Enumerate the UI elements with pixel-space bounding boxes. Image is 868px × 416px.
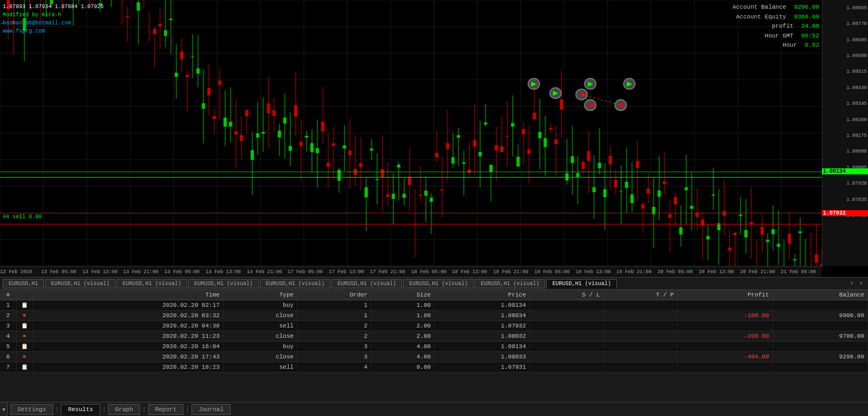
price-label-red: 1.07932 (822, 210, 868, 216)
col-tp: T / P (603, 290, 677, 300)
time-label: 14 Feb 05:00 (164, 269, 200, 275)
table-row[interactable]: 7 📋 2020.02.20 18:23 sell 4 8.00 1.07931 (0, 362, 868, 373)
cell-price: 1.08033 (435, 352, 529, 362)
cell-id: 1 (0, 300, 16, 311)
equity-label: Account Equity (736, 14, 786, 20)
cell-balance: 9700.00 (773, 331, 867, 342)
col-icon (16, 290, 33, 300)
equity-value: 9360.00 (794, 14, 819, 20)
cell-order: 3 (297, 352, 371, 362)
chart-tab-6[interactable]: EURUSD,H1 (visual) (403, 279, 474, 288)
time-label: 14 Feb 21:00 (247, 269, 282, 275)
website: www.fxprg.com (3, 27, 104, 35)
cell-order: 4 (297, 362, 371, 373)
cell-time: 2020.02.20 03:32 (33, 311, 223, 321)
cell-tp (603, 311, 677, 321)
green-line (0, 172, 822, 172)
bottom-tab-settings[interactable]: Settings (10, 404, 53, 415)
bottom-tab-results[interactable]: Results (61, 404, 100, 415)
col-id: # (0, 290, 16, 300)
gmt-label: Hour GMT (765, 33, 794, 39)
bottom-tabs-container: Settings|Results|Graph|Report|Journal (10, 404, 231, 415)
price-level-label: 1.08430 (846, 85, 867, 91)
trade-table: # Time Type Order Size Price S / L T / P… (0, 290, 868, 373)
cell-balance (773, 321, 867, 331)
symbol-price: 1.07893 1.07934 1.07884 1.07926 (3, 3, 104, 11)
cell-type: buy (223, 300, 297, 311)
time-label: 20 Feb 05:00 (658, 269, 693, 275)
table-row[interactable]: 5 📋 2020.02.20 16:04 buy 3 4.00 1.08134 (0, 342, 868, 352)
hour-value: 6.52 (805, 42, 819, 48)
chart-tab-4[interactable]: EURUSD,H1 (visual) (260, 279, 330, 288)
table-body: 1 📋 2020.02.20 02:17 buy 1 1.00 1.08134 … (0, 300, 868, 373)
bottom-tab-report[interactable]: Report (148, 404, 184, 415)
cell-profit: -100.00 (678, 311, 773, 321)
tab-nav-arrows[interactable]: ‹ › (848, 280, 865, 287)
price-level-label: 1.08855 (846, 5, 867, 11)
balance-label: Account Balance (732, 4, 786, 10)
tab-prev-arrow[interactable]: ‹ (848, 280, 856, 287)
chart-tab-8[interactable]: EURUSD,H1 (visual) (546, 279, 617, 288)
cell-size: 8.00 (371, 362, 435, 373)
cell-size: 4.00 (371, 352, 435, 362)
cell-icon: 📋 (16, 362, 33, 373)
time-label: 19 Feb 05:00 (534, 269, 570, 275)
time-label: 18 Feb 13:00 (452, 269, 487, 275)
cell-profit (678, 342, 773, 352)
chart-tab-2[interactable]: EURUSD,H1 (visual) (117, 279, 187, 288)
price-level-label: 1.07920 (846, 181, 867, 186)
tab-next-arrow[interactable]: › (857, 280, 865, 287)
chart-tab-7[interactable]: EURUSD,H1 (visual) (475, 279, 545, 288)
cell-icon: 📋 (16, 342, 33, 352)
cell-price: 1.08034 (435, 311, 529, 321)
cell-balance (773, 362, 867, 373)
cell-tp (603, 342, 677, 352)
cell-order: 2 (297, 321, 371, 331)
bottom-tab-graph[interactable]: Graph (108, 404, 140, 415)
cell-tp (603, 331, 677, 342)
table-row[interactable]: 1 📋 2020.02.20 02:17 buy 1 1.00 1.08134 (0, 300, 868, 311)
email: hassan.mb@hotmail.com (3, 19, 104, 27)
cell-size: 1.00 (371, 300, 435, 311)
cell-id: 7 (0, 362, 16, 373)
chart-tab-1[interactable]: EURUSD,H1 (visual) (45, 279, 116, 288)
table-row[interactable]: 6 ✖ 2020.02.20 17:43 close 3 4.00 1.0803… (0, 352, 868, 362)
cell-price: 1.07931 (435, 362, 529, 373)
cell-id: 6 (0, 352, 16, 362)
cell-type: close (223, 311, 297, 321)
price-label-green-container: 1.08134 (822, 168, 868, 174)
chart-tab-5[interactable]: EURUSD,H1 (visual) (331, 279, 402, 288)
time-label: 17 Feb 21:00 (370, 269, 405, 275)
chart-tabs-row: EURUSD,H1EURUSD,H1 (visual)EURUSD,H1 (vi… (0, 277, 868, 290)
bottom-tab-sep-3: | (142, 406, 146, 413)
cell-icon: 📋 (16, 300, 33, 311)
modified-by: Modified by Kira-h (3, 11, 104, 19)
time-label: 17 Feb 05:00 (288, 269, 323, 275)
cell-price: 1.08134 (435, 300, 529, 311)
table-row[interactable]: 4 ✖ 2020.02.20 11:23 close 2 2.00 1.0803… (0, 331, 868, 342)
table-row[interactable]: 2 ✖ 2020.02.20 03:32 close 1 1.00 1.0803… (0, 311, 868, 321)
cell-sl (529, 300, 603, 311)
col-sl: S / L (529, 290, 603, 300)
cell-icon: ✖ (16, 352, 33, 362)
price-level-label: 1.07835 (846, 197, 867, 203)
price-level-label: 1.08685 (846, 37, 867, 43)
cell-id: 2 (0, 311, 16, 321)
chart-tab-0[interactable]: EURUSD,H1 (3, 279, 44, 288)
hour-label: Hour (783, 42, 797, 48)
profit-row: profit 24.00 (732, 22, 819, 31)
price-label-green: 1.08134 (822, 168, 868, 174)
cell-sl (529, 342, 603, 352)
bottom-tabs-bar: ▲ Settings|Results|Graph|Report|Journal (0, 402, 868, 416)
cell-type: sell (223, 362, 297, 373)
table-row[interactable]: 3 📋 2020.02.20 04:38 sell 2 2.00 1.07932 (0, 321, 868, 331)
cell-balance: 9296.00 (773, 352, 867, 362)
chart-tabs: EURUSD,H1EURUSD,H1 (visual)EURUSD,H1 (vi… (3, 279, 847, 288)
table-header: # Time Type Order Size Price S / L T / P… (0, 290, 868, 300)
cell-profit (678, 362, 773, 373)
account-info: Account Balance 9296.00 Account Equity 9… (732, 3, 819, 51)
cell-balance (773, 342, 867, 352)
bottom-tab-journal[interactable]: Journal (192, 404, 231, 415)
price-level-label: 1.08515 (846, 69, 867, 74)
chart-tab-3[interactable]: EURUSD,H1 (visual) (188, 279, 259, 288)
